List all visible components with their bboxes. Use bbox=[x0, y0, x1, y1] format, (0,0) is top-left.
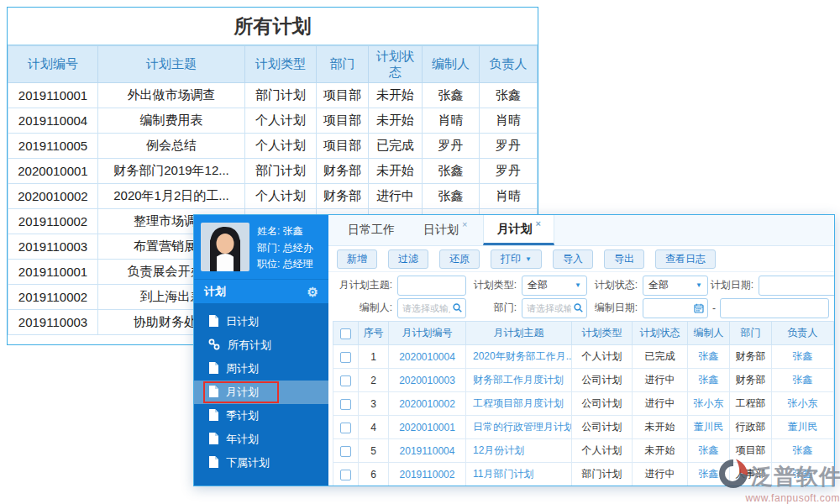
plan-date-filter-input[interactable] bbox=[759, 276, 834, 296]
table-row[interactable]: 120200100042020年财务部工作月...个人计划已完成张鑫财务部张鑫 bbox=[333, 345, 834, 369]
cell[interactable]: 工程项目部月度计划 bbox=[466, 392, 572, 416]
tab-label: 日计划 bbox=[423, 223, 459, 238]
row-checkbox[interactable] bbox=[340, 470, 351, 480]
row-checkbox[interactable] bbox=[340, 375, 351, 386]
row-checkbox[interactable] bbox=[340, 352, 351, 363]
file-icon bbox=[208, 386, 218, 400]
import-button[interactable]: 导入 bbox=[553, 249, 593, 269]
cell[interactable]: 2020010003 bbox=[389, 369, 466, 392]
compile-date-start-input[interactable] bbox=[643, 298, 708, 318]
cell[interactable]: 张小东 bbox=[688, 392, 730, 416]
subject-filter-input[interactable] bbox=[397, 276, 466, 296]
cell: 2019110004 bbox=[8, 108, 98, 134]
cell[interactable]: 2019110002 bbox=[389, 463, 466, 486]
cell[interactable]: 张小东 bbox=[772, 392, 834, 416]
print-button[interactable]: 打印▼ bbox=[491, 249, 542, 269]
cell: 1 bbox=[359, 345, 389, 369]
close-icon[interactable]: × bbox=[535, 218, 540, 228]
cell[interactable]: 2019110004 bbox=[389, 439, 466, 463]
cell[interactable]: 2020年财务部工作月... bbox=[466, 345, 572, 369]
cell: 行政部 bbox=[730, 416, 772, 439]
cell[interactable]: 张鑫 bbox=[772, 369, 834, 392]
cell[interactable]: 2020010001 bbox=[389, 416, 466, 439]
restore-button[interactable]: 还原 bbox=[439, 249, 480, 269]
cell: 公司计划 bbox=[572, 369, 633, 392]
filter-button[interactable]: 过滤 bbox=[388, 249, 428, 269]
sidebar-item-week-plan[interactable]: 周计划 bbox=[194, 357, 328, 381]
add-button[interactable]: 新增 bbox=[337, 249, 377, 269]
cell: 已完成 bbox=[633, 345, 688, 369]
cell[interactable]: 12月份计划 bbox=[466, 439, 572, 463]
sidebar-menu: 日计划 所有计划 周计划 月计划 季计划 年计划 bbox=[194, 303, 328, 486]
column-header: 计划状态 bbox=[633, 322, 688, 345]
column-header: 月计划编号 bbox=[389, 322, 466, 345]
caret-down-icon: ▼ bbox=[525, 255, 532, 263]
filter-row-1: 月计划主题: 计划类型: 全部 ▼ 计划状态: 全部 ▼ 计划日期: bbox=[328, 274, 834, 297]
cell: 2019110002 bbox=[8, 285, 98, 310]
file-icon bbox=[208, 362, 218, 376]
row-checkbox[interactable] bbox=[340, 399, 351, 410]
sidebar-item-subordinate-plan[interactable]: 下属计划 bbox=[194, 451, 328, 475]
compile-date-filter-label: 编制日期: bbox=[587, 301, 643, 315]
cell: 张鑫 bbox=[423, 83, 480, 108]
cell[interactable]: 张鑫 bbox=[772, 345, 834, 369]
tab-daily-work[interactable]: 日常工作 bbox=[335, 215, 407, 245]
row-checkbox[interactable] bbox=[340, 446, 351, 457]
fanpu-logo-icon bbox=[717, 458, 749, 495]
cell[interactable]: 张鑫 bbox=[688, 345, 730, 369]
tab-day-plan[interactable]: 日计划 × bbox=[411, 215, 480, 245]
toolbar: 新增 过滤 还原 打印▼ 导入 导出 查看日志 bbox=[328, 246, 834, 272]
sidebar-item-month-plan[interactable]: 月计划 bbox=[194, 381, 328, 404]
sidebar-item-label: 周计划 bbox=[226, 361, 259, 376]
cell[interactable]: 张鑫 bbox=[688, 369, 730, 392]
cell[interactable]: 2020010002 bbox=[389, 392, 466, 416]
select-all-checkbox[interactable] bbox=[340, 328, 351, 339]
dept-filter-input[interactable] bbox=[522, 298, 587, 318]
cell[interactable]: 日常的行政管理月计划 bbox=[466, 416, 572, 439]
cell[interactable]: 财务部工作月度计划 bbox=[466, 369, 572, 392]
cell[interactable]: 2020010004 bbox=[389, 345, 466, 369]
table-row[interactable]: 22020010003财务部工作月度计划公司计划进行中张鑫财务部张鑫 bbox=[333, 369, 834, 392]
cell: 公司计划 bbox=[572, 416, 633, 439]
close-icon[interactable]: × bbox=[462, 219, 467, 229]
type-filter-select[interactable]: 全部 ▼ bbox=[522, 276, 587, 296]
gear-icon[interactable]: ⚙ bbox=[307, 286, 318, 298]
sidebar-item-label: 月计划 bbox=[226, 385, 259, 400]
sidebar-item-day-plan[interactable]: 日计划 bbox=[194, 310, 328, 333]
column-header: 序号 bbox=[359, 322, 389, 345]
cell: 未开始 bbox=[369, 108, 423, 134]
table-row[interactable]: 2019110005例会总结个人计划项目部已完成罗丹罗丹 bbox=[8, 134, 538, 159]
row-select-cell bbox=[333, 416, 359, 439]
cell[interactable]: 董川民 bbox=[688, 416, 730, 439]
sidebar-item-all-plans[interactable]: 所有计划 bbox=[194, 333, 328, 357]
table-row[interactable]: 32020010002工程项目部月度计划公司计划进行中张小东工程部张小东 bbox=[333, 392, 834, 416]
cell: 进行中 bbox=[633, 463, 688, 486]
table-row[interactable]: 42020010001日常的行政管理月计划公司计划未开始董川民行政部董川民 bbox=[333, 416, 834, 439]
cell[interactable]: 11月部门计划 bbox=[466, 463, 572, 486]
sidebar-section-plan[interactable]: 计划 ⚙ bbox=[194, 279, 328, 303]
cell: 个人计划 bbox=[245, 134, 317, 159]
cell: 4 bbox=[359, 416, 389, 439]
cell: 肖晴 bbox=[480, 184, 538, 209]
all-plans-header-row: 计划编号 计划主题 计划类型 部门 计划状态 编制人 负责人 bbox=[8, 46, 538, 83]
view-log-button[interactable]: 查看日志 bbox=[655, 249, 716, 269]
table-row[interactable]: 2020010001财务部门2019年12...部门计划财务部未开始张鑫罗丹 bbox=[8, 159, 538, 184]
cell: 2 bbox=[359, 369, 389, 392]
cell: 罗丹 bbox=[480, 159, 538, 184]
column-header: 编制人 bbox=[688, 322, 730, 345]
compile-date-end-input[interactable] bbox=[720, 298, 829, 318]
date-range-separator: - bbox=[708, 302, 720, 314]
table-row[interactable]: 20200100022020年1月2日的工...个人计划财务部进行中张鑫肖晴 bbox=[8, 184, 538, 209]
row-checkbox[interactable] bbox=[340, 423, 351, 433]
status-filter-select[interactable]: 全部 ▼ bbox=[643, 276, 708, 296]
export-button[interactable]: 导出 bbox=[604, 249, 644, 269]
sidebar-item-year-plan[interactable]: 年计划 bbox=[194, 428, 328, 451]
cell: 例会总结 bbox=[98, 134, 245, 159]
table-row[interactable]: 2019110004编制费用表个人计划项目部未开始肖晴肖晴 bbox=[8, 108, 538, 134]
table-row[interactable]: 2019110001外出做市场调查部门计划项目部未开始张鑫张鑫 bbox=[8, 83, 538, 108]
author-filter-input[interactable] bbox=[397, 298, 466, 318]
tab-month-plan[interactable]: 月计划 × bbox=[483, 215, 554, 245]
cell: 进行中 bbox=[633, 369, 688, 392]
cell[interactable]: 董川民 bbox=[772, 416, 834, 439]
sidebar-item-quarter-plan[interactable]: 季计划 bbox=[194, 404, 328, 428]
